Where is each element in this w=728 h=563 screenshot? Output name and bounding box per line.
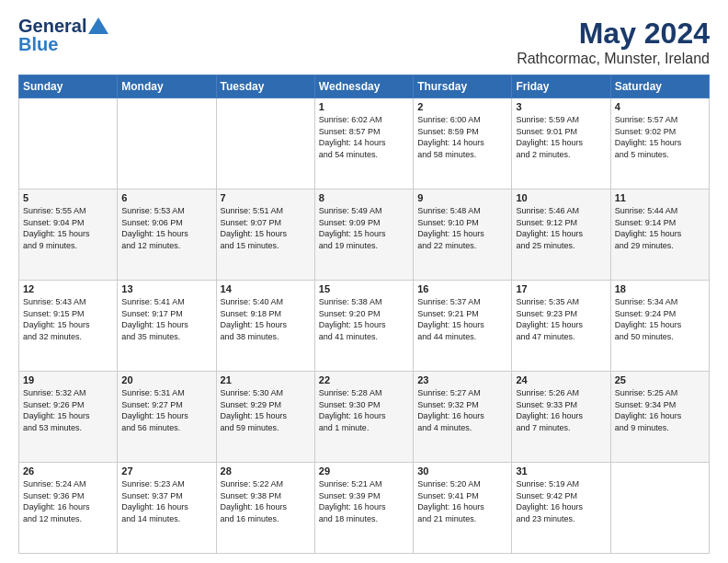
calendar-cell: 18Sunrise: 5:34 AM Sunset: 9:24 PM Dayli… — [610, 281, 709, 372]
title-block: May 2024 Rathcormac, Munster, Ireland — [517, 17, 710, 67]
day-number: 8 — [319, 192, 409, 203]
day-number: 19 — [23, 374, 113, 385]
calendar-cell: 12Sunrise: 5:43 AM Sunset: 9:15 PM Dayli… — [19, 281, 118, 372]
day-info: Sunrise: 5:44 AM Sunset: 9:14 PM Dayligh… — [615, 205, 705, 251]
calendar-cell: 8Sunrise: 5:49 AM Sunset: 9:09 PM Daylig… — [314, 190, 413, 281]
day-info: Sunrise: 5:49 AM Sunset: 9:09 PM Dayligh… — [319, 205, 409, 251]
day-info: Sunrise: 5:27 AM Sunset: 9:32 PM Dayligh… — [417, 387, 507, 433]
day-info: Sunrise: 5:28 AM Sunset: 9:30 PM Dayligh… — [319, 387, 409, 433]
calendar-cell: 22Sunrise: 5:28 AM Sunset: 9:30 PM Dayli… — [314, 372, 413, 463]
day-number: 1 — [319, 101, 409, 112]
calendar-cell: 31Sunrise: 5:19 AM Sunset: 9:42 PM Dayli… — [512, 463, 610, 554]
day-info: Sunrise: 5:46 AM Sunset: 9:12 PM Dayligh… — [516, 205, 606, 251]
calendar-cell: 13Sunrise: 5:41 AM Sunset: 9:17 PM Dayli… — [118, 281, 216, 372]
calendar-header-saturday: Saturday — [610, 75, 709, 98]
page: General Blue May 2024 Rathcormac, Munste… — [0, 0, 728, 563]
calendar-cell: 28Sunrise: 5:22 AM Sunset: 9:38 PM Dayli… — [216, 463, 314, 554]
calendar-week-4: 19Sunrise: 5:32 AM Sunset: 9:26 PM Dayli… — [19, 372, 710, 463]
calendar-header-thursday: Thursday — [414, 75, 512, 98]
calendar-cell: 11Sunrise: 5:44 AM Sunset: 9:14 PM Dayli… — [610, 190, 709, 281]
calendar-cell: 17Sunrise: 5:35 AM Sunset: 9:23 PM Dayli… — [512, 281, 610, 372]
day-info: Sunrise: 5:53 AM Sunset: 9:06 PM Dayligh… — [121, 205, 211, 251]
calendar-cell: 16Sunrise: 5:37 AM Sunset: 9:21 PM Dayli… — [414, 281, 512, 372]
day-number: 12 — [23, 283, 113, 294]
calendar-cell: 25Sunrise: 5:25 AM Sunset: 9:34 PM Dayli… — [610, 372, 709, 463]
subtitle: Rathcormac, Munster, Ireland — [517, 51, 710, 67]
calendar-cell: 5Sunrise: 5:55 AM Sunset: 9:04 PM Daylig… — [19, 190, 118, 281]
day-info: Sunrise: 5:25 AM Sunset: 9:34 PM Dayligh… — [615, 387, 705, 433]
calendar-cell: 14Sunrise: 5:40 AM Sunset: 9:18 PM Dayli… — [216, 281, 314, 372]
calendar-cell: 27Sunrise: 5:23 AM Sunset: 9:37 PM Dayli… — [118, 463, 216, 554]
calendar-cell: 24Sunrise: 5:26 AM Sunset: 9:33 PM Dayli… — [512, 372, 610, 463]
day-info: Sunrise: 5:57 AM Sunset: 9:02 PM Dayligh… — [615, 114, 705, 160]
day-info: Sunrise: 5:48 AM Sunset: 9:10 PM Dayligh… — [417, 205, 507, 251]
calendar-cell: 7Sunrise: 5:51 AM Sunset: 9:07 PM Daylig… — [216, 190, 314, 281]
calendar-cell — [19, 98, 118, 190]
calendar-cell — [610, 463, 709, 554]
calendar-table: SundayMondayTuesdayWednesdayThursdayFrid… — [18, 75, 710, 554]
calendar-week-1: 1Sunrise: 6:02 AM Sunset: 8:57 PM Daylig… — [19, 98, 710, 190]
day-number: 31 — [516, 465, 606, 477]
day-info: Sunrise: 5:40 AM Sunset: 9:18 PM Dayligh… — [221, 296, 311, 342]
day-number: 30 — [417, 465, 507, 477]
calendar-cell: 9Sunrise: 5:48 AM Sunset: 9:10 PM Daylig… — [414, 190, 512, 281]
svg-marker-0 — [88, 17, 108, 34]
calendar-cell — [118, 98, 216, 190]
day-info: Sunrise: 5:55 AM Sunset: 9:04 PM Dayligh… — [23, 205, 113, 251]
logo-icon — [88, 17, 108, 34]
day-number: 17 — [516, 283, 606, 294]
logo-general: General — [18, 17, 86, 35]
calendar-cell: 23Sunrise: 5:27 AM Sunset: 9:32 PM Dayli… — [414, 372, 512, 463]
main-title: May 2024 — [517, 17, 710, 51]
day-info: Sunrise: 5:32 AM Sunset: 9:26 PM Dayligh… — [23, 387, 113, 433]
day-info: Sunrise: 5:21 AM Sunset: 9:39 PM Dayligh… — [319, 478, 409, 524]
calendar-cell: 20Sunrise: 5:31 AM Sunset: 9:27 PM Dayli… — [118, 372, 216, 463]
day-number: 27 — [121, 465, 211, 477]
day-number: 22 — [319, 374, 409, 385]
day-info: Sunrise: 5:37 AM Sunset: 9:21 PM Dayligh… — [417, 296, 507, 342]
day-number: 16 — [417, 283, 507, 294]
day-number: 7 — [221, 192, 311, 203]
calendar-cell: 2Sunrise: 6:00 AM Sunset: 8:59 PM Daylig… — [414, 98, 512, 190]
day-info: Sunrise: 5:38 AM Sunset: 9:20 PM Dayligh… — [319, 296, 409, 342]
day-number: 21 — [221, 374, 311, 385]
day-number: 20 — [121, 374, 211, 385]
calendar-cell: 1Sunrise: 6:02 AM Sunset: 8:57 PM Daylig… — [314, 98, 413, 190]
calendar-header-tuesday: Tuesday — [216, 75, 314, 98]
day-info: Sunrise: 5:30 AM Sunset: 9:29 PM Dayligh… — [221, 387, 311, 433]
day-info: Sunrise: 5:20 AM Sunset: 9:41 PM Dayligh… — [417, 478, 507, 524]
day-info: Sunrise: 5:22 AM Sunset: 9:38 PM Dayligh… — [221, 478, 311, 524]
calendar-cell: 19Sunrise: 5:32 AM Sunset: 9:26 PM Dayli… — [19, 372, 118, 463]
logo-blue: Blue — [18, 35, 58, 53]
day-number: 25 — [615, 374, 705, 385]
day-number: 26 — [23, 465, 113, 477]
calendar-header-sunday: Sunday — [19, 75, 118, 98]
day-info: Sunrise: 5:23 AM Sunset: 9:37 PM Dayligh… — [121, 478, 211, 524]
day-number: 3 — [516, 101, 606, 112]
calendar-cell: 3Sunrise: 5:59 AM Sunset: 9:01 PM Daylig… — [512, 98, 610, 190]
calendar-cell: 21Sunrise: 5:30 AM Sunset: 9:29 PM Dayli… — [216, 372, 314, 463]
day-info: Sunrise: 5:59 AM Sunset: 9:01 PM Dayligh… — [516, 114, 606, 160]
day-number: 23 — [417, 374, 507, 385]
day-number: 9 — [417, 192, 507, 203]
day-info: Sunrise: 5:34 AM Sunset: 9:24 PM Dayligh… — [615, 296, 705, 342]
day-number: 14 — [221, 283, 311, 294]
day-number: 2 — [417, 101, 507, 112]
day-info: Sunrise: 5:51 AM Sunset: 9:07 PM Dayligh… — [221, 205, 311, 251]
day-number: 13 — [121, 283, 211, 294]
day-info: Sunrise: 5:24 AM Sunset: 9:36 PM Dayligh… — [23, 478, 113, 524]
calendar-header-row: SundayMondayTuesdayWednesdayThursdayFrid… — [19, 75, 710, 98]
day-info: Sunrise: 5:43 AM Sunset: 9:15 PM Dayligh… — [23, 296, 113, 342]
day-info: Sunrise: 5:26 AM Sunset: 9:33 PM Dayligh… — [516, 387, 606, 433]
calendar-cell: 6Sunrise: 5:53 AM Sunset: 9:06 PM Daylig… — [118, 190, 216, 281]
day-info: Sunrise: 5:35 AM Sunset: 9:23 PM Dayligh… — [516, 296, 606, 342]
calendar-week-2: 5Sunrise: 5:55 AM Sunset: 9:04 PM Daylig… — [19, 190, 710, 281]
day-number: 10 — [516, 192, 606, 203]
calendar-cell: 15Sunrise: 5:38 AM Sunset: 9:20 PM Dayli… — [314, 281, 413, 372]
header: General Blue May 2024 Rathcormac, Munste… — [18, 17, 710, 67]
calendar-cell — [216, 98, 314, 190]
day-info: Sunrise: 5:41 AM Sunset: 9:17 PM Dayligh… — [121, 296, 211, 342]
calendar-header-monday: Monday — [118, 75, 216, 98]
day-number: 18 — [615, 283, 705, 294]
calendar-cell: 29Sunrise: 5:21 AM Sunset: 9:39 PM Dayli… — [314, 463, 413, 554]
